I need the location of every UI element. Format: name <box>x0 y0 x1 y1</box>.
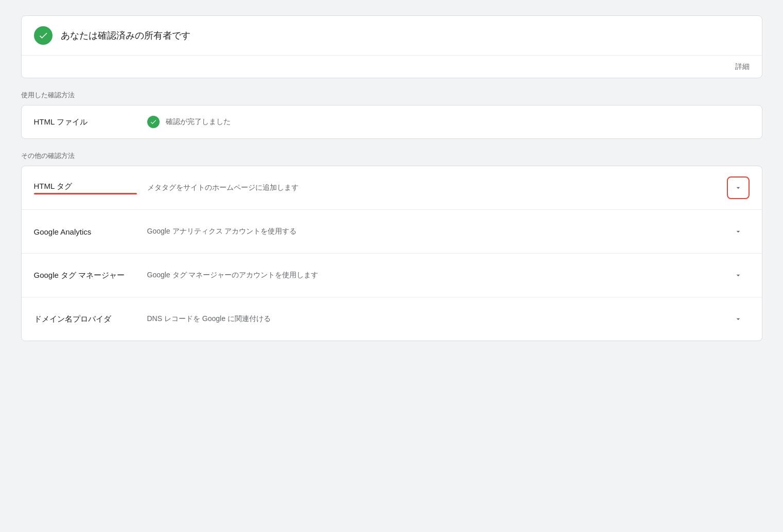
verified-footer: 詳細 <box>22 55 762 78</box>
html-file-status-text: 確認が完了しました <box>166 117 231 127</box>
html-tag-name-wrapper: HTML タグ <box>34 182 137 194</box>
html-file-method-name: HTML ファイル <box>34 117 137 127</box>
verified-header: あなたは確認済みの所有者です <box>22 16 762 55</box>
google-analytics-row: Google Analytics Google アナリティクス アカウントを使用… <box>22 209 762 253</box>
other-methods-section-label: その他の確認方法 <box>21 151 762 161</box>
google-tag-manager-expand-button[interactable] <box>727 264 750 287</box>
html-file-check-area: 確認が完了しました <box>147 116 750 128</box>
verified-check-icon <box>34 26 53 45</box>
html-file-check-icon <box>147 116 160 128</box>
html-tag-description: メタタグをサイトのホームページに追加します <box>147 183 717 192</box>
html-tag-active-underline <box>34 193 137 194</box>
domain-provider-expand-button[interactable] <box>727 308 750 330</box>
google-tag-manager-name: Google タグ マネージャー <box>34 271 137 280</box>
html-file-row: HTML ファイル 確認が完了しました <box>22 105 762 138</box>
used-method-card: HTML ファイル 確認が完了しました <box>21 105 762 139</box>
google-analytics-expand-button[interactable] <box>727 220 750 243</box>
verified-title: あなたは確認済みの所有者です <box>61 29 190 42</box>
detail-link[interactable]: 詳細 <box>735 62 750 70</box>
domain-provider-name: ドメイン名プロバイダ <box>34 314 137 324</box>
domain-provider-description: DNS レコードを Google に関連付ける <box>147 314 717 324</box>
domain-provider-row: ドメイン名プロバイダ DNS レコードを Google に関連付ける <box>22 297 762 341</box>
html-tag-row: HTML タグ メタタグをサイトのホームページに追加します <box>22 166 762 209</box>
google-tag-manager-description: Google タグ マネージャーのアカウントを使用します <box>147 271 717 280</box>
verified-owner-card: あなたは確認済みの所有者です 詳細 <box>21 15 762 78</box>
page-container: あなたは確認済みの所有者です 詳細 使用した確認方法 HTML ファイル 確認が… <box>21 15 762 341</box>
html-tag-name-text: HTML タグ <box>34 182 72 190</box>
used-method-section-label: 使用した確認方法 <box>21 91 762 100</box>
other-methods-card: HTML タグ メタタグをサイトのホームページに追加します Google Ana… <box>21 166 762 341</box>
google-analytics-description: Google アナリティクス アカウントを使用する <box>147 227 717 236</box>
html-tag-expand-button[interactable] <box>727 176 750 199</box>
google-tag-manager-row: Google タグ マネージャー Google タグ マネージャーのアカウントを… <box>22 253 762 297</box>
google-analytics-name: Google Analytics <box>34 227 137 236</box>
